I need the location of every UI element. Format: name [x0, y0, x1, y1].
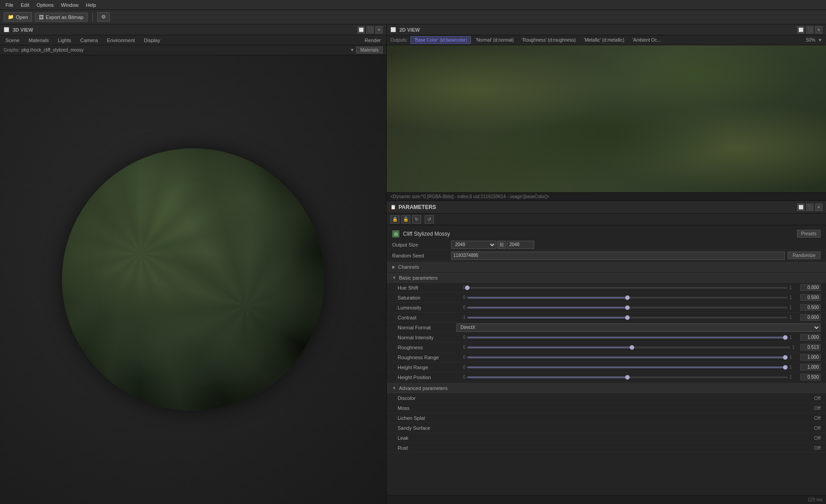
- output-tab-normal[interactable]: 'Normal' (d:normal): [472, 37, 517, 43]
- height-position-value[interactable]: [800, 374, 821, 380]
- height-position-slider[interactable]: [467, 376, 788, 378]
- viewport-2d[interactable]: [387, 45, 826, 192]
- hue-shift-control: 0 1: [456, 284, 821, 291]
- params-title: PARAMETERS: [399, 204, 794, 210]
- height-range-thumb[interactable]: [783, 365, 788, 370]
- settings-button[interactable]: ⚙: [97, 12, 110, 22]
- lock-button[interactable]: 🔒: [390, 215, 399, 223]
- luminosity-slider[interactable]: [467, 307, 788, 309]
- roughness-range-thumb[interactable]: [783, 355, 788, 360]
- hue-shift-thumb[interactable]: [465, 285, 470, 290]
- scene-menu-camera[interactable]: Camera: [78, 37, 100, 44]
- texture-preview: [387, 45, 826, 192]
- view-2d-restore-btn[interactable]: ⬜: [797, 26, 804, 33]
- render-button[interactable]: Render: [363, 37, 383, 44]
- reset-button[interactable]: ↺: [425, 215, 434, 223]
- link-size-button[interactable]: ⛓: [497, 241, 506, 249]
- channels-chevron: ▶: [392, 265, 395, 269]
- advanced-params-label: Advanced parameters: [399, 385, 448, 391]
- random-seed-input[interactable]: [451, 252, 785, 260]
- luminosity-fill: [467, 307, 627, 309]
- menu-file[interactable]: File: [2, 1, 17, 9]
- height-position-fill: [467, 376, 627, 378]
- channels-header[interactable]: ▶ Channels: [387, 262, 826, 272]
- contrast-thumb[interactable]: [625, 315, 630, 320]
- menu-window[interactable]: Window: [57, 1, 82, 9]
- discolor-row: Discolor Off: [387, 393, 826, 403]
- menu-edit[interactable]: Edit: [17, 1, 33, 9]
- roughness-thumb[interactable]: [630, 345, 634, 350]
- unlock-button[interactable]: 🔓: [401, 215, 410, 223]
- contrast-value[interactable]: [800, 314, 821, 321]
- hue-shift-slider[interactable]: [467, 287, 788, 289]
- scene-menu-environment[interactable]: Environment: [105, 37, 137, 44]
- roughness-range-slider[interactable]: [467, 357, 788, 358]
- refresh-button[interactable]: ↻: [412, 215, 421, 223]
- graph-name-icon: ▤: [392, 230, 399, 238]
- materials-button[interactable]: Materials: [356, 47, 383, 53]
- view-2d-maximize-btn[interactable]: ⬛: [806, 26, 813, 33]
- contrast-label: Contrast: [398, 315, 456, 320]
- output-size-select[interactable]: 2048 1024 512 4096: [451, 241, 496, 249]
- scene-menu-lights[interactable]: Lights: [56, 37, 73, 44]
- lichen-splat-value: Off: [456, 415, 821, 421]
- 3d-sphere: [62, 148, 324, 411]
- scene-menu-display[interactable]: Display: [142, 37, 162, 44]
- scene-menu-scene[interactable]: Scene: [4, 37, 21, 44]
- contrast-slider[interactable]: [467, 317, 788, 319]
- view-3d-restore-btn[interactable]: ⬜: [357, 26, 365, 33]
- height-range-slider[interactable]: [467, 366, 788, 368]
- saturation-thumb[interactable]: [625, 295, 630, 300]
- roughness-range-fill: [467, 357, 788, 358]
- zoom-dropdown-icon[interactable]: ▼: [818, 38, 822, 43]
- params-maximize-btn[interactable]: ⬛: [806, 204, 813, 211]
- output-tab-metallic[interactable]: 'Metallic' (d:metallic): [580, 37, 628, 43]
- params-close-btn[interactable]: ✕: [815, 204, 822, 211]
- roughness-slider[interactable]: [467, 347, 790, 348]
- normal-intensity-control: 0 1: [456, 334, 821, 341]
- output-tab-basecolor[interactable]: 'Base Color' (id:basecolor): [410, 36, 471, 44]
- view-3d-close-btn[interactable]: ✕: [375, 26, 383, 33]
- open-button[interactable]: 📁 Open: [4, 12, 32, 22]
- presets-button[interactable]: Presets: [797, 230, 821, 238]
- export-bitmap-button[interactable]: 🖼 Export as Bitmap: [35, 13, 88, 22]
- status-bar: 123 ms: [387, 495, 826, 504]
- view-2d-close-btn[interactable]: ✕: [815, 26, 822, 33]
- view-3d-maximize-btn[interactable]: ⬛: [366, 26, 374, 33]
- params-restore-btn[interactable]: ⬜: [797, 204, 804, 211]
- height-range-label: Height Range: [398, 365, 456, 370]
- viewport-3d[interactable]: [0, 55, 386, 504]
- output-size-value2[interactable]: [507, 241, 534, 249]
- scene-menu-materials[interactable]: Materials: [27, 37, 51, 44]
- channels-section: ▶ Channels: [387, 262, 826, 272]
- menu-options[interactable]: Options: [33, 1, 57, 9]
- roughness-range-value[interactable]: [800, 354, 821, 361]
- outputs-label: Outputs:: [390, 38, 408, 43]
- output-tab-roughness[interactable]: 'Roughness' (d:roughness): [518, 37, 579, 43]
- luminosity-value[interactable]: [800, 304, 821, 311]
- output-tab-ambient[interactable]: 'Ambient Oc...: [629, 37, 665, 43]
- roughness-range-control: 0 1: [456, 354, 821, 361]
- randomize-button[interactable]: Randomize: [788, 252, 821, 259]
- normal-intensity-slider[interactable]: [467, 337, 788, 338]
- roughness-control: 0 1: [456, 344, 821, 351]
- normal-intensity-min: 0: [456, 335, 465, 340]
- graph-dropdown-icon[interactable]: ▼: [350, 48, 355, 52]
- height-range-value[interactable]: [800, 364, 821, 371]
- saturation-slider[interactable]: [467, 297, 788, 299]
- roughness-range-row: Roughness Range 0 1: [387, 352, 826, 362]
- normal-intensity-thumb[interactable]: [783, 335, 788, 340]
- hue-shift-value[interactable]: [800, 284, 821, 291]
- rust-label: Rust: [398, 445, 456, 451]
- luminosity-thumb[interactable]: [625, 305, 630, 310]
- saturation-value[interactable]: [800, 294, 821, 301]
- menu-help[interactable]: Help: [82, 1, 100, 9]
- advanced-params-header[interactable]: ▼ Advanced parameters: [387, 383, 826, 393]
- basic-params-header[interactable]: ▼ Basic parameters: [387, 273, 826, 283]
- view-2d-panel: ⬜ 2D VIEW ⬜ ⬛ ✕ Outputs: 'Base Color' (i…: [387, 24, 826, 201]
- parameters-panel: 📋 PARAMETERS ⬜ ⬛ ✕ 🔒 🔓 ↻ ↺ ▤ Cliff Styli…: [387, 201, 826, 504]
- normal-intensity-value[interactable]: [800, 334, 821, 341]
- normal-format-select[interactable]: DirectX OpenGL: [456, 323, 821, 332]
- height-position-thumb[interactable]: [625, 375, 630, 380]
- roughness-value[interactable]: [800, 344, 821, 351]
